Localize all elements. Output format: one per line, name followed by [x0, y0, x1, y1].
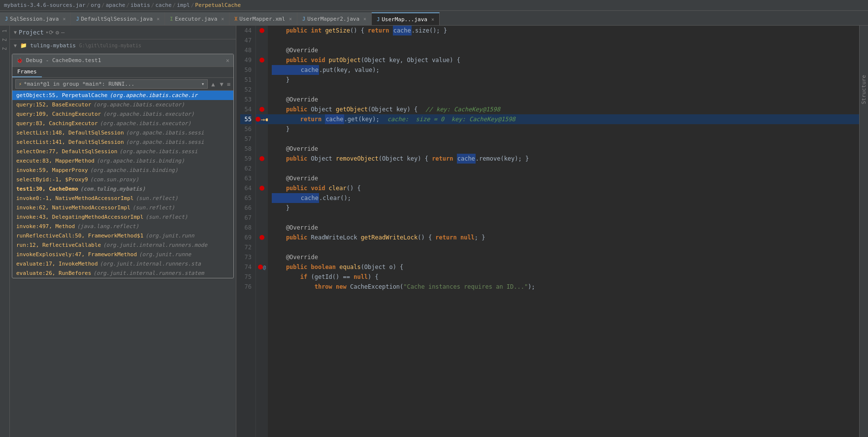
frame-method: invoke:59, MapperProxy	[16, 167, 88, 173]
thread-dropdown[interactable]: ⚡ *main*@1 in group *main*: RUNNI... ▾	[15, 79, 208, 89]
xml-icon: X	[234, 16, 237, 22]
frame-method: evaluate:26, RunBefores	[16, 270, 91, 276]
debug-icon: 🐞	[16, 57, 23, 64]
frame-class: (org.junit.runn	[145, 233, 194, 239]
stack-frame-item[interactable]: evaluate:26, RunBefores (org.junit.inter…	[12, 269, 233, 278]
frame-method: invoke0:-1, NativeMethodAccessorImpl	[16, 195, 133, 202]
tab-close-icon[interactable]: ×	[431, 17, 434, 22]
filter-button[interactable]: ≡	[227, 81, 230, 88]
gutter-cell[interactable]	[256, 26, 268, 35]
stack-frame-item[interactable]: runReflectiveCall:50, FrameworkMethod$1 …	[12, 231, 233, 240]
nav-up-button[interactable]: ▲	[210, 80, 216, 89]
tab-sqlsession[interactable]: J SqlSession.java ×	[0, 12, 71, 25]
breadcrumb-org[interactable]: org	[91, 2, 100, 8]
breadcrumb-ibatis[interactable]: ibatis	[130, 2, 150, 8]
frame-method: getObject:55, PerpetualCache	[16, 92, 107, 99]
stack-frame-item[interactable]: run:12, ReflectiveCallable (org.junit.in…	[12, 240, 233, 250]
debug-panel: 🐞 Debug - CacheDemo.test1 × Frames ⚡ *ma…	[12, 54, 234, 278]
breakpoint-icon	[258, 265, 263, 269]
frame-class: (org.apache.ibatis.sessi	[126, 130, 204, 136]
stack-frame-item[interactable]: selectOne:77, DefaultSqlSession (org.apa…	[12, 147, 233, 156]
gutter-cell[interactable]	[256, 55, 268, 65]
frame-method: query:152, BaseExecutor	[16, 101, 91, 108]
tab-close-icon[interactable]: ×	[221, 16, 224, 22]
settings-icon[interactable]: ⚙	[56, 29, 59, 36]
breadcrumb-impl[interactable]: impl	[177, 2, 190, 8]
breakpoint-icon	[259, 235, 264, 240]
code-line-72	[268, 242, 859, 252]
stack-frame-item[interactable]: invoke:497, Method (java.lang.reflect)	[12, 222, 233, 231]
sidebar-icon-z1[interactable]: Z	[1, 36, 8, 43]
editor-area: 44 47 48 49 50 51 52 53 54 55 56 57 58 5…	[236, 26, 859, 437]
code-line-49: public void putObject(Object key, Object…	[268, 55, 859, 65]
nav-down-button[interactable]: ▼	[219, 80, 225, 89]
interface-icon: I	[170, 16, 173, 22]
tab-usermapper-xml[interactable]: X UserMapper.xml ×	[229, 12, 297, 25]
gutter-cell	[256, 85, 268, 95]
debug-close-button[interactable]: ×	[226, 57, 229, 64]
code-line-56: }	[268, 124, 859, 134]
tab-executor[interactable]: I Executor.java ×	[165, 12, 229, 25]
frame-class: (com.tuling.mybatis)	[80, 186, 145, 192]
sidebar-icon-z2[interactable]: Z	[1, 45, 8, 52]
frame-class: (org.junit.internal.runners.mode	[103, 242, 207, 248]
breadcrumb-cache[interactable]: cache	[155, 2, 171, 8]
stack-frame-item[interactable]: selectList:141, DefaultSqlSession (org.a…	[12, 137, 233, 147]
gutter-cell[interactable]	[256, 233, 268, 242]
frame-class: (java.lang.reflect)	[77, 223, 139, 230]
stack-frame-item[interactable]: selectList:148, DefaultSqlSession (org.a…	[12, 128, 233, 137]
tab-close-icon[interactable]: ×	[363, 16, 366, 22]
breakpoint-icon	[259, 58, 264, 63]
gutter-cell	[256, 282, 268, 292]
stack-frame-item[interactable]: invokeExplosively:47, FrameworkMethod (o…	[12, 250, 233, 259]
code-view[interactable]: 44 47 48 49 50 51 52 53 54 55 56 57 58 5…	[236, 26, 859, 437]
structure-label[interactable]: Structure	[861, 75, 867, 104]
expand-icon[interactable]: ▼	[14, 30, 17, 35]
sync-icon[interactable]: ⟳	[49, 29, 54, 36]
stack-frame-item[interactable]: invoke:62, NativeMethodAccessorImpl (sun…	[12, 203, 233, 212]
debug-title-bar: 🐞 Debug - CacheDemo.test1 ×	[12, 54, 233, 67]
stack-frame-item[interactable]: evaluate:17, InvokeMethod (org.junit.int…	[12, 259, 233, 269]
stack-frame-item[interactable]: invoke0:-1, NativeMethodAccessorImpl (su…	[12, 194, 233, 203]
gutter-cell[interactable]	[256, 104, 268, 114]
gutter-cell[interactable]	[256, 154, 268, 164]
frame-method: query:109, CachingExecutor	[16, 111, 101, 117]
code-line-51: }	[268, 75, 859, 85]
tree-root-item[interactable]: ▼ 📁 tuling-mybatis G:\git\tuling-mybatis	[10, 41, 236, 50]
frame-method: selectByid:-1, $Proxy9	[16, 176, 88, 183]
frame-method: invokeExplosively:47, FrameworkMethod	[16, 251, 137, 258]
code-line-55: return cache.get(key); cache: size = 0 k…	[268, 114, 859, 124]
tab-usermapjava[interactable]: J UserMap...java ×	[372, 12, 440, 25]
frame-class: (org.apache.ibatis.executor)	[93, 101, 184, 108]
tab-close-icon[interactable]: ×	[157, 16, 160, 22]
stack-frame-item[interactable]: query:83, CachingExecutor (org.apache.ib…	[12, 119, 233, 128]
collapse-icon[interactable]: —	[61, 29, 64, 36]
tab-usermapper2[interactable]: J UserMapper2.java ×	[297, 12, 372, 25]
stack-frame-item[interactable]: getObject:55, PerpetualCache (org.apache…	[12, 91, 233, 100]
tab-close-icon[interactable]: ×	[289, 16, 292, 22]
stack-frame-item[interactable]: execute:83, MapperMethod (org.apache.iba…	[12, 156, 233, 166]
header-icons: ⟳ ⚙ —	[49, 29, 64, 36]
frames-tab-bar: Frames	[12, 67, 233, 78]
tab-frames[interactable]: Frames	[12, 67, 42, 77]
tab-defaultsqlsession[interactable]: J DefaultSqlSession.java ×	[71, 12, 165, 25]
stack-frame-item[interactable]: query:152, BaseExecutor (org.apache.ibat…	[12, 100, 233, 109]
gutter-cell[interactable]: @	[256, 262, 268, 272]
code-line-66: }	[268, 203, 859, 213]
stack-frame-item[interactable]: test1:30, CacheDemo (com.tuling.mybatis)	[12, 184, 233, 194]
structure-panel: Structure	[859, 26, 868, 437]
stack-frame-item[interactable]: invoke:59, MapperProxy (org.apache.ibati…	[12, 166, 233, 175]
stack-frame-item[interactable]: query:109, CachingExecutor (org.apache.i…	[12, 109, 233, 119]
breadcrumb-perpetualcache[interactable]: PerpetualCache	[195, 2, 241, 8]
breadcrumb-jar[interactable]: mybatis-3.4.6-sources.jar	[4, 2, 86, 8]
gutter-cell	[256, 35, 268, 45]
tab-close-icon[interactable]: ×	[63, 16, 65, 22]
stack-frame-item[interactable]: invoke:43, DelegatingMethodAccessorImpl …	[12, 212, 233, 222]
breadcrumb-apache[interactable]: apache	[106, 2, 126, 8]
gutter-cell[interactable]	[256, 183, 268, 193]
code-line-58: @Override	[268, 144, 859, 154]
sidebar-icon-1[interactable]: 1	[1, 28, 8, 34]
code-line-62	[268, 164, 859, 173]
stack-frame-item[interactable]: selectByid:-1, $Proxy9 (com.sun.proxy)	[12, 175, 233, 184]
java-icon: J	[302, 16, 305, 22]
